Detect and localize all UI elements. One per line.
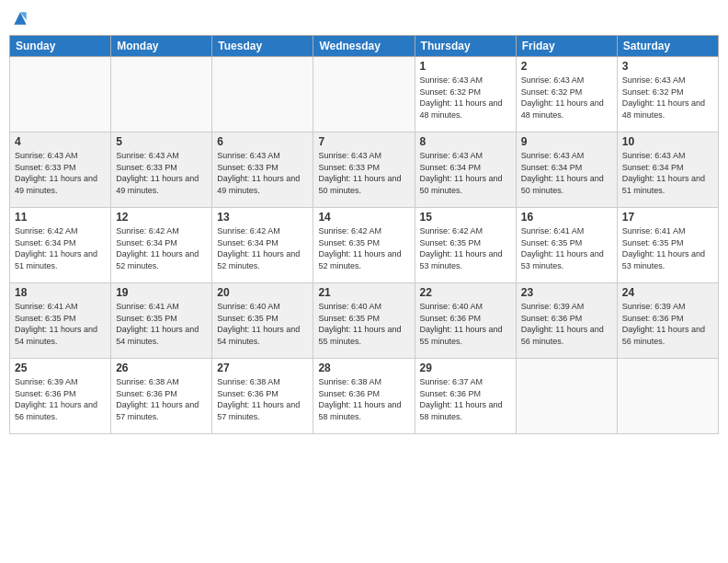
day-number: 28: [318, 362, 409, 374]
day-cell: 8Sunrise: 6:43 AM Sunset: 6:34 PM Daylig…: [415, 132, 516, 208]
calendar-table: SundayMondayTuesdayWednesdayThursdayFrid…: [9, 35, 719, 434]
day-cell: [212, 57, 313, 132]
day-cell: 9Sunrise: 6:43 AM Sunset: 6:34 PM Daylig…: [516, 132, 617, 208]
day-info: Sunrise: 6:37 AM Sunset: 6:36 PM Dayligh…: [420, 376, 511, 422]
day-cell: 27Sunrise: 6:38 AM Sunset: 6:36 PM Dayli…: [212, 359, 313, 434]
day-info: Sunrise: 6:40 AM Sunset: 6:36 PM Dayligh…: [420, 301, 511, 347]
day-info: Sunrise: 6:41 AM Sunset: 6:35 PM Dayligh…: [15, 301, 106, 347]
day-number: 29: [420, 362, 511, 374]
day-number: 12: [116, 211, 207, 224]
day-info: Sunrise: 6:42 AM Sunset: 6:34 PM Dayligh…: [15, 225, 106, 271]
day-info: Sunrise: 6:41 AM Sunset: 6:35 PM Dayligh…: [521, 225, 612, 271]
day-cell: 28Sunrise: 6:38 AM Sunset: 6:36 PM Dayli…: [313, 359, 415, 434]
header: [9, 9, 719, 28]
day-number: 2: [521, 60, 612, 73]
day-cell: 24Sunrise: 6:39 AM Sunset: 6:36 PM Dayli…: [617, 283, 718, 359]
day-number: 18: [15, 286, 106, 299]
day-cell: 20Sunrise: 6:40 AM Sunset: 6:35 PM Dayli…: [212, 283, 313, 359]
day-cell: 21Sunrise: 6:40 AM Sunset: 6:35 PM Dayli…: [313, 283, 415, 359]
day-info: Sunrise: 6:38 AM Sunset: 6:36 PM Dayligh…: [116, 376, 207, 422]
day-info: Sunrise: 6:43 AM Sunset: 6:33 PM Dayligh…: [318, 150, 409, 196]
day-cell: 23Sunrise: 6:39 AM Sunset: 6:36 PM Dayli…: [516, 283, 617, 359]
day-info: Sunrise: 6:38 AM Sunset: 6:36 PM Dayligh…: [217, 376, 308, 422]
week-row-0: 1Sunrise: 6:43 AM Sunset: 6:32 PM Daylig…: [10, 57, 719, 132]
day-number: 9: [521, 135, 612, 148]
day-info: Sunrise: 6:43 AM Sunset: 6:34 PM Dayligh…: [420, 150, 511, 196]
day-number: 1: [420, 60, 511, 73]
logo-icon: [11, 9, 29, 28]
day-cell: [617, 359, 718, 434]
day-number: 19: [116, 286, 207, 299]
day-number: 21: [318, 286, 409, 299]
weekday-thursday: Thursday: [415, 36, 516, 57]
page: SundayMondayTuesdayWednesdayThursdayFrid…: [0, 0, 728, 563]
day-info: Sunrise: 6:43 AM Sunset: 6:32 PM Dayligh…: [622, 75, 713, 121]
day-info: Sunrise: 6:43 AM Sunset: 6:33 PM Dayligh…: [116, 150, 207, 196]
day-info: Sunrise: 6:43 AM Sunset: 6:32 PM Dayligh…: [420, 75, 511, 121]
day-info: Sunrise: 6:43 AM Sunset: 6:33 PM Dayligh…: [217, 150, 308, 196]
day-info: Sunrise: 6:42 AM Sunset: 6:34 PM Dayligh…: [217, 225, 308, 271]
day-cell: 6Sunrise: 6:43 AM Sunset: 6:33 PM Daylig…: [212, 132, 313, 208]
day-info: Sunrise: 6:39 AM Sunset: 6:36 PM Dayligh…: [521, 301, 612, 347]
day-cell: 25Sunrise: 6:39 AM Sunset: 6:36 PM Dayli…: [10, 359, 111, 434]
day-number: 20: [217, 286, 308, 299]
day-number: 26: [116, 362, 207, 374]
day-cell: 14Sunrise: 6:42 AM Sunset: 6:35 PM Dayli…: [313, 208, 415, 283]
day-number: 17: [622, 211, 713, 224]
week-row-2: 11Sunrise: 6:42 AM Sunset: 6:34 PM Dayli…: [10, 208, 719, 283]
day-cell: 19Sunrise: 6:41 AM Sunset: 6:35 PM Dayli…: [111, 283, 212, 359]
day-info: Sunrise: 6:43 AM Sunset: 6:33 PM Dayligh…: [15, 150, 106, 196]
day-number: 8: [420, 135, 511, 148]
day-number: 24: [622, 286, 713, 299]
day-cell: 2Sunrise: 6:43 AM Sunset: 6:32 PM Daylig…: [516, 57, 617, 132]
day-info: Sunrise: 6:43 AM Sunset: 6:32 PM Dayligh…: [521, 75, 612, 121]
day-cell: [313, 57, 415, 132]
day-number: 7: [318, 135, 409, 148]
day-number: 11: [15, 211, 106, 224]
day-number: 27: [217, 362, 308, 374]
day-cell: [111, 57, 212, 132]
day-number: 10: [622, 135, 713, 148]
day-info: Sunrise: 6:40 AM Sunset: 6:35 PM Dayligh…: [318, 301, 409, 347]
day-info: Sunrise: 6:43 AM Sunset: 6:34 PM Dayligh…: [622, 150, 713, 196]
day-cell: 17Sunrise: 6:41 AM Sunset: 6:35 PM Dayli…: [617, 208, 718, 283]
day-cell: 15Sunrise: 6:42 AM Sunset: 6:35 PM Dayli…: [415, 208, 516, 283]
day-number: 14: [318, 211, 409, 224]
day-cell: 13Sunrise: 6:42 AM Sunset: 6:34 PM Dayli…: [212, 208, 313, 283]
day-number: 15: [420, 211, 511, 224]
weekday-tuesday: Tuesday: [212, 36, 313, 57]
day-number: 16: [521, 211, 612, 224]
weekday-saturday: Saturday: [617, 36, 718, 57]
day-info: Sunrise: 6:42 AM Sunset: 6:35 PM Dayligh…: [318, 225, 409, 271]
day-cell: 3Sunrise: 6:43 AM Sunset: 6:32 PM Daylig…: [617, 57, 718, 132]
day-cell: 5Sunrise: 6:43 AM Sunset: 6:33 PM Daylig…: [111, 132, 212, 208]
day-number: 4: [15, 135, 106, 148]
day-info: Sunrise: 6:41 AM Sunset: 6:35 PM Dayligh…: [622, 225, 713, 271]
day-cell: 18Sunrise: 6:41 AM Sunset: 6:35 PM Dayli…: [10, 283, 111, 359]
day-info: Sunrise: 6:42 AM Sunset: 6:35 PM Dayligh…: [420, 225, 511, 271]
day-cell: 12Sunrise: 6:42 AM Sunset: 6:34 PM Dayli…: [111, 208, 212, 283]
day-info: Sunrise: 6:39 AM Sunset: 6:36 PM Dayligh…: [15, 376, 106, 422]
week-row-4: 25Sunrise: 6:39 AM Sunset: 6:36 PM Dayli…: [10, 359, 719, 434]
day-info: Sunrise: 6:39 AM Sunset: 6:36 PM Dayligh…: [622, 301, 713, 347]
day-info: Sunrise: 6:42 AM Sunset: 6:34 PM Dayligh…: [116, 225, 207, 271]
day-cell: [516, 359, 617, 434]
week-row-1: 4Sunrise: 6:43 AM Sunset: 6:33 PM Daylig…: [10, 132, 719, 208]
day-number: 5: [116, 135, 207, 148]
day-number: 25: [15, 362, 106, 374]
day-info: Sunrise: 6:41 AM Sunset: 6:35 PM Dayligh…: [116, 301, 207, 347]
weekday-wednesday: Wednesday: [313, 36, 415, 57]
day-number: 6: [217, 135, 308, 148]
weekday-header-row: SundayMondayTuesdayWednesdayThursdayFrid…: [10, 36, 719, 57]
day-info: Sunrise: 6:38 AM Sunset: 6:36 PM Dayligh…: [318, 376, 409, 422]
weekday-friday: Friday: [516, 36, 617, 57]
day-number: 23: [521, 286, 612, 299]
day-cell: 26Sunrise: 6:38 AM Sunset: 6:36 PM Dayli…: [111, 359, 212, 434]
day-number: 3: [622, 60, 713, 73]
day-cell: 4Sunrise: 6:43 AM Sunset: 6:33 PM Daylig…: [10, 132, 111, 208]
day-cell: 16Sunrise: 6:41 AM Sunset: 6:35 PM Dayli…: [516, 208, 617, 283]
day-cell: [10, 57, 111, 132]
day-info: Sunrise: 6:40 AM Sunset: 6:35 PM Dayligh…: [217, 301, 308, 347]
day-number: 13: [217, 211, 308, 224]
weekday-monday: Monday: [111, 36, 212, 57]
